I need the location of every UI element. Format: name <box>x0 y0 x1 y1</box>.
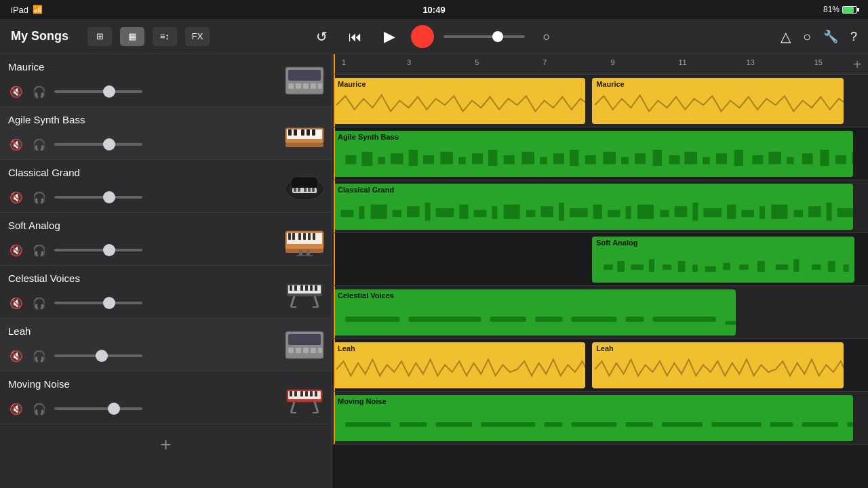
segment-celestial-1[interactable]: Celestial Voices <box>334 289 736 336</box>
right-toolbar: △ ○ 🔧 ? <box>781 19 857 54</box>
svg-rect-194 <box>802 422 838 427</box>
lane-leah: Leah Leah <box>332 339 868 392</box>
wifi-icon: 📶 <box>33 5 43 14</box>
svg-line-63 <box>291 402 294 413</box>
track-name-agile-synth-bass: Agile Synth Bass <box>8 114 85 125</box>
svg-rect-153 <box>604 264 612 270</box>
segment-label-leah-1: Leah <box>338 344 355 352</box>
svg-rect-161 <box>723 263 730 270</box>
mute-button-soft-analog[interactable]: 🔇 <box>8 242 24 258</box>
segment-moving-noise-1[interactable]: Moving Noise <box>334 395 853 441</box>
view-grid-button[interactable]: ⊞ <box>87 27 112 46</box>
fx-button[interactable]: FX <box>185 27 210 46</box>
svg-rect-22 <box>312 188 315 192</box>
svg-rect-42 <box>310 285 313 291</box>
mute-button-celestial[interactable]: 🔇 <box>8 295 24 311</box>
instrument-icon-drum-machine <box>283 59 326 102</box>
segment-leah-2[interactable]: Leah <box>592 342 844 388</box>
instrument-icon-drum-machine-leah <box>283 323 326 367</box>
svg-rect-31 <box>285 249 323 253</box>
headphones-button-leah[interactable]: 🎧 <box>31 348 47 364</box>
svg-rect-167 <box>828 261 835 272</box>
svg-rect-62 <box>315 391 317 396</box>
headphones-button-maurice[interactable]: 🎧 <box>31 83 47 100</box>
mute-button-leah[interactable]: 🔇 <box>8 348 24 364</box>
master-volume-slider[interactable] <box>443 35 525 38</box>
segment-classical-1[interactable]: Classical Grand <box>334 184 853 230</box>
ruler-mark-7: 7 <box>542 58 547 66</box>
ruler-mark-15: 15 <box>814 58 823 66</box>
segment-label-maurice-2: Maurice <box>596 80 625 88</box>
add-segment-button[interactable]: + <box>853 56 861 72</box>
svg-rect-67 <box>345 155 356 164</box>
mute-button-moving-noise[interactable]: 🔇 <box>8 401 24 417</box>
view-tracks-button[interactable]: ▦ <box>120 27 144 46</box>
svg-rect-4 <box>303 83 309 89</box>
svg-rect-129 <box>660 210 669 218</box>
metronome-button[interactable]: △ <box>781 28 791 45</box>
segment-agile-1[interactable]: Agile Synth Bass <box>334 131 853 177</box>
chat-button[interactable]: ○ <box>803 29 811 45</box>
instrument-icon-synth <box>283 218 326 261</box>
svg-rect-50 <box>288 348 294 353</box>
loop-button[interactable]: ○ <box>534 24 559 49</box>
add-track-button[interactable]: + <box>0 424 332 465</box>
help-button[interactable]: ? <box>850 30 857 44</box>
svg-rect-181 <box>725 321 735 325</box>
svg-line-64 <box>315 402 318 413</box>
ruler-mark-3: 3 <box>407 58 411 66</box>
headphones-button-celestial[interactable]: 🎧 <box>31 295 47 311</box>
mute-button-agile[interactable]: 🔇 <box>8 136 24 152</box>
svg-rect-25 <box>288 233 291 240</box>
svg-rect-189 <box>572 422 617 427</box>
svg-rect-27 <box>298 233 301 240</box>
svg-rect-175 <box>409 317 481 322</box>
headphones-button-soft-analog[interactable]: 🎧 <box>31 242 47 258</box>
volume-slider-moving-noise[interactable] <box>54 407 142 410</box>
svg-rect-82 <box>585 155 596 164</box>
volume-slider-soft-analog[interactable] <box>54 249 142 251</box>
svg-rect-187 <box>481 422 535 427</box>
volume-slider-leah[interactable] <box>54 354 142 357</box>
svg-rect-52 <box>303 348 309 353</box>
volume-slider-agile[interactable] <box>54 143 142 146</box>
svg-rect-68 <box>361 152 372 166</box>
play-button[interactable]: ▶ <box>377 24 401 49</box>
instrument-icon-piano <box>283 165 326 208</box>
segment-maurice-2[interactable]: Maurice <box>592 78 844 124</box>
segment-maurice-1[interactable]: Maurice <box>334 78 585 124</box>
svg-rect-75 <box>472 153 483 164</box>
volume-slider-classical[interactable] <box>54 196 142 199</box>
undo-button[interactable]: ↺ <box>309 24 334 49</box>
svg-rect-168 <box>844 264 849 272</box>
svg-rect-41 <box>305 285 308 291</box>
svg-rect-93 <box>768 152 781 165</box>
track-controls-celestial: 🔇 🎧 <box>8 295 142 311</box>
mute-button-maurice[interactable]: 🔇 <box>8 83 24 100</box>
headphones-button-classical[interactable]: 🎧 <box>31 189 47 205</box>
wrench-button[interactable]: 🔧 <box>823 29 838 44</box>
record-button[interactable] <box>411 25 434 48</box>
headphones-button-agile[interactable]: 🎧 <box>31 136 47 152</box>
svg-rect-53 <box>311 348 316 353</box>
headphones-button-moving-noise[interactable]: 🎧 <box>31 401 47 417</box>
volume-slider-celestial[interactable] <box>54 302 142 304</box>
segment-leah-1[interactable]: Leah <box>334 342 585 388</box>
svg-rect-72 <box>423 155 434 164</box>
mixer-button[interactable]: ≡↕ <box>153 27 177 46</box>
track-controls-classical: 🔇 🎧 <box>8 189 142 205</box>
svg-rect-118 <box>474 210 487 218</box>
svg-rect-126 <box>608 210 620 218</box>
volume-slider-maurice[interactable] <box>54 90 142 93</box>
svg-rect-38 <box>290 285 292 291</box>
rewind-button[interactable]: ⏮ <box>343 24 368 49</box>
timeline: 1 3 5 7 9 11 13 15 + Maurice <box>332 54 868 488</box>
segment-soft-analog-1[interactable]: Soft Analog <box>592 237 854 283</box>
svg-rect-60 <box>305 391 308 396</box>
mute-button-classical[interactable]: 🔇 <box>8 189 24 205</box>
svg-rect-125 <box>593 205 602 219</box>
svg-rect-26 <box>292 233 295 240</box>
lane-celestial-voices: Celestial Voices <box>332 286 868 339</box>
lane-agile-synth-bass: Agile Synth Bass <box>332 127 868 180</box>
main-content: Maurice 🔇 🎧 A <box>0 54 868 488</box>
